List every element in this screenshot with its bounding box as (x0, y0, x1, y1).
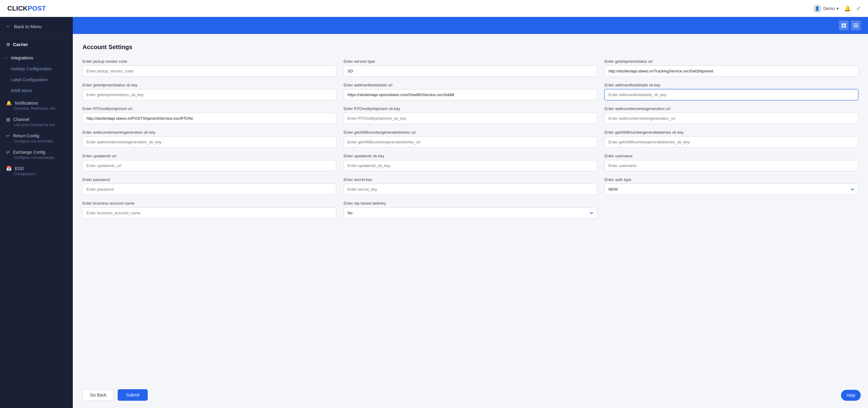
label-auth_type: Enter auth type (604, 177, 858, 182)
input-awbnumberseriesgeneration_xb_key[interactable] (83, 136, 336, 148)
label-username: Enter username (604, 154, 858, 158)
logo-part2: POST (28, 4, 46, 12)
input-secret_key[interactable] (344, 184, 597, 195)
form-field-getshipmentstatus_xb_key: Enter getshipmentstatus xb key (83, 83, 336, 100)
layout: ← Back to Menu ⊕ Carrier Integrations Ho… (0, 17, 868, 408)
form-field-business_account_name: Enter business account name (83, 201, 336, 219)
expand-icon[interactable]: ⤢ (856, 5, 861, 12)
sidebar-group-channel[interactable]: ▦ Channel Link your Channel by ent... (0, 113, 73, 129)
holiday-config-label: Holiday Configuration (11, 66, 52, 71)
channel-header[interactable]: ▦ Channel (6, 117, 67, 122)
logo-part1: CLICK (7, 4, 28, 12)
svg-rect-6 (854, 27, 858, 27)
user-menu[interactable]: 👤 Demo ▾ (813, 4, 839, 13)
label-getAWBnumbergeneratedseries_url: Enter getAWBnumbergeneratedseries url (344, 130, 597, 134)
label-service_type: Enter service type (344, 59, 597, 64)
input-updatendr_xb_key[interactable] (344, 160, 597, 171)
svg-rect-5 (854, 25, 858, 26)
input-addmanifestdetails_xb_key[interactable] (604, 89, 858, 100)
sidebar-item-holiday-config[interactable]: Holiday Configuration (0, 63, 73, 74)
blue-bar-icon-1[interactable] (839, 21, 848, 30)
select-otp_based_delivery[interactable]: NoYes (344, 207, 597, 219)
form-area: Account Settings Enter pickup vendor cod… (73, 34, 868, 381)
svg-rect-3 (844, 26, 846, 28)
channel-label: Channel (13, 117, 29, 122)
label-getAWBnumbergeneratedseries_xb_key: Enter getAWBnumbergeneratedseries xb key (604, 130, 858, 134)
label-rtonotifyshipment_xb_key: Enter RTOnotifyshipment xb key (344, 106, 597, 111)
edd-label: EDD (15, 166, 24, 171)
svg-rect-0 (842, 23, 843, 25)
form-field-getAWBnumbergeneratedseries_url: Enter getAWBnumbergeneratedseries url (344, 130, 597, 148)
sidebar-group-exchange-config[interactable]: ⇄ Exchange Config Configure non-exchange… (0, 145, 73, 162)
form-field-service_type: Enter service type (344, 59, 597, 77)
topnav-right: 👤 Demo ▾ 🔔 ⤢ (813, 4, 861, 13)
form-field-addmanifestdetails_url: Enter addmanifestdetails url (344, 83, 597, 100)
label-awbnumberseriesgeneration_xb_key: Enter awbnumberseriesgeneration xb key (83, 130, 336, 134)
user-label: Demo (824, 6, 835, 11)
input-business_account_name[interactable] (83, 207, 336, 219)
form-field-rtonotifyshipment_xb_key: Enter RTOnotifyshipment xb key (344, 106, 597, 124)
form-field-secret_key: Enter secret key (344, 177, 597, 195)
integrations-label: Integrations (11, 56, 33, 60)
form-field-addmanifestdetails_xb_key: Enter addmanifestdetails xb key (604, 83, 858, 100)
sidebar-group-return-config[interactable]: ↩ Return Config Configure non-returnabl.… (0, 129, 73, 145)
input-getshipmentstatus_url[interactable] (604, 65, 858, 77)
back-to-menu-button[interactable]: ← Back to Menu (0, 17, 73, 36)
go-back-button[interactable]: Go Back (83, 389, 114, 401)
sidebar-item-integrations[interactable]: Integrations (0, 53, 73, 63)
label-updatendr_url: Enter updatendr url (83, 154, 336, 158)
sidebar-item-awb-alerts[interactable]: AWB Alerts (0, 85, 73, 96)
label-rtonotifyshipment_url: Enter RTOnotifyshipment url (83, 106, 336, 111)
edd-header[interactable]: 📅 EDD (6, 166, 67, 171)
help-button[interactable]: Help (841, 390, 861, 401)
label-getshipmentstatus_xb_key: Enter getshipmentstatus xb key (83, 83, 336, 87)
label-pickup_vendor_code: Enter pickup vendor code (83, 59, 336, 64)
sidebar-item-label-config[interactable]: Label Configuration (0, 74, 73, 85)
input-getAWBnumbergeneratedseries_url[interactable] (344, 136, 597, 148)
exchange-config-label: Exchange Config (13, 150, 45, 155)
label-password: Enter password (83, 177, 336, 182)
input-addmanifestdetails_url[interactable] (344, 89, 597, 100)
avatar-icon: 👤 (813, 4, 822, 13)
carrier-label: Carrier (13, 42, 28, 47)
sidebar-carrier-section: ⊕ Carrier (0, 36, 73, 50)
exchange-config-header[interactable]: ⇄ Exchange Config (6, 150, 67, 155)
form-field-password: Enter password (83, 177, 336, 195)
input-updatendr_url[interactable] (83, 160, 336, 171)
input-username[interactable] (604, 160, 858, 171)
sidebar-group-notifications[interactable]: 🔔 Notifications Overview, Webhooks, Ale.… (0, 96, 73, 113)
edd-sub: Configuration (6, 172, 67, 176)
input-rtonotifyshipment_xb_key[interactable] (344, 113, 597, 124)
label-addmanifestdetails_xb_key: Enter addmanifestdetails xb key (604, 83, 858, 87)
return-config-label: Return Config (13, 133, 39, 138)
label-awbnumberseriesgeneration_url: Enter awbnumberseriesgeneration url (604, 106, 858, 111)
blue-bar-icon-2[interactable] (851, 21, 861, 30)
input-rtonotifyshipment_url[interactable] (83, 113, 336, 124)
help-label: Help (846, 393, 855, 398)
page-title: Account Settings (83, 44, 858, 51)
select-auth_type[interactable]: NEWBASICBEAREROAUTH (604, 184, 858, 195)
svg-rect-4 (854, 24, 858, 24)
form-field-getAWBnumbergeneratedseries_xb_key: Enter getAWBnumbergeneratedseries xb key (604, 130, 858, 148)
svg-rect-2 (842, 26, 843, 28)
submit-button[interactable]: Submit (118, 389, 148, 401)
input-awbnumberseriesgeneration_url[interactable] (604, 113, 858, 124)
notifications-icon: 🔔 (6, 100, 12, 106)
label-config-label: Label Configuration (11, 77, 48, 82)
return-config-sub: Configure non-returnabl... (6, 139, 67, 144)
form-field-username: Enter username (604, 154, 858, 171)
input-pickup_vendor_code[interactable] (83, 65, 336, 77)
input-service_type[interactable] (344, 65, 597, 77)
input-getshipmentstatus_xb_key[interactable] (83, 89, 336, 100)
input-password[interactable] (83, 184, 336, 195)
bell-icon[interactable]: 🔔 (844, 5, 851, 12)
sidebar-group-edd[interactable]: 📅 EDD Configuration (0, 162, 73, 178)
notifications-header[interactable]: 🔔 Notifications (6, 100, 67, 106)
logo: CLICKPOST (7, 4, 46, 12)
return-config-header[interactable]: ↩ Return Config (6, 133, 67, 138)
main-content: Account Settings Enter pickup vendor cod… (73, 17, 868, 408)
input-getAWBnumbergeneratedseries_xb_key[interactable] (604, 136, 858, 148)
form-field-awbnumberseriesgeneration_url: Enter awbnumberseriesgeneration url (604, 106, 858, 124)
sidebar-divider-1 (0, 51, 73, 51)
label-getshipmentstatus_url: Enter getshipmentstatus url (604, 59, 858, 64)
